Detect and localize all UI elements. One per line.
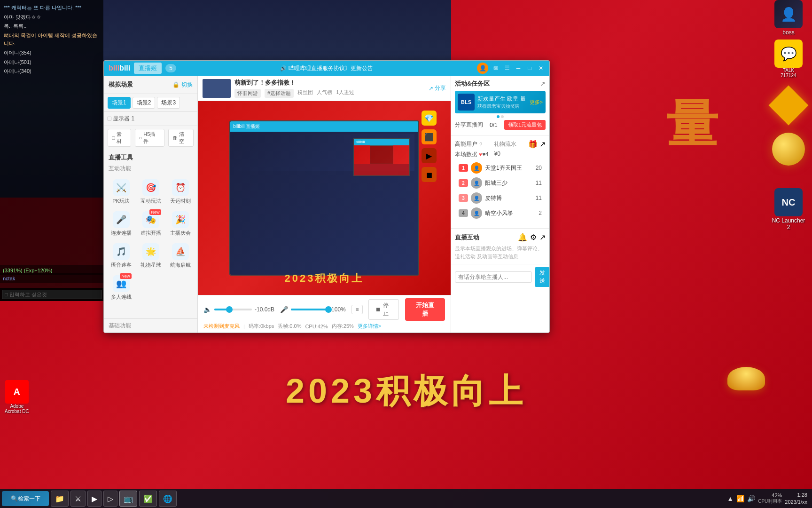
stream-actions: 怀旧网游 #选择话题 粉丝团 人气榜 1人进过 bbox=[234, 89, 425, 98]
adobe-icon-label: AdobeAcrobat DC bbox=[5, 404, 29, 414]
taskbar-app-explorer[interactable]: 📁 bbox=[51, 491, 69, 507]
taskbar-app-stream[interactable]: 📺 bbox=[119, 491, 137, 507]
scene-tab-1[interactable]: 场景1 bbox=[108, 97, 131, 109]
tool-pk-label: PK玩法 bbox=[112, 198, 130, 205]
tab-live[interactable]: 直播姬 bbox=[134, 63, 162, 74]
tool-timer[interactable]: ⏰ 天运时刻 bbox=[167, 177, 194, 206]
tool-multi[interactable]: 👥 New 多人连线 bbox=[108, 273, 134, 302]
interact-gear-icon[interactable]: ⚙ bbox=[530, 233, 537, 242]
virtual-new-badge: New bbox=[149, 209, 161, 215]
user-list: 1 👤 天堂1齐天国王 20 2 👤 阳城三少 11 3 bbox=[455, 160, 546, 224]
titlebar-avatar[interactable]: 👤 bbox=[477, 63, 488, 74]
share-button[interactable]: ↗ 分享 bbox=[429, 84, 446, 92]
tool-sail[interactable]: ⛵ 航海启航 bbox=[167, 241, 194, 270]
mic-slider-thumb[interactable] bbox=[325, 306, 332, 313]
activity-expand-icon[interactable]: ↗ bbox=[540, 80, 546, 87]
taskbar-app-2[interactable]: ▶ bbox=[87, 491, 102, 507]
taskbar-app-browser[interactable]: 🌐 bbox=[159, 491, 177, 507]
share-label: 分享直播间 bbox=[455, 121, 483, 129]
right-panel: 活动&任务区 ↗ BLS 新欢量产生 欧皇 量 获得最老宝贝物奖牌 更多> bbox=[451, 76, 549, 333]
gift-icon-1[interactable]: 🎁 bbox=[528, 140, 538, 149]
tray-volume-icon[interactable]: 🔊 bbox=[747, 495, 755, 502]
titlebar-menu-btn[interactable]: ☰ bbox=[503, 64, 511, 72]
stream-tag-2[interactable]: #选择话题 bbox=[265, 89, 294, 98]
titlebar-minimize-btn[interactable]: ─ bbox=[515, 64, 522, 72]
user-score-4: 2 bbox=[539, 210, 542, 216]
desktop-icon-nc[interactable]: NC NC Launcher 2 bbox=[770, 188, 807, 230]
titlebar-close-btn[interactable]: ✕ bbox=[537, 64, 545, 72]
window-titlebar: bilibili 直播姬 5 🔊 哔哩哔哩直播服务协议》更新公告 👤 ✉ ☰ ─… bbox=[104, 61, 549, 76]
interact-hint: 显示本场直播观众的进场、弹幕评论、送礼活动 及动画等互动信息 bbox=[455, 245, 546, 260]
scene-tab-2[interactable]: 场景2 bbox=[133, 97, 156, 109]
browser-icon: 🌐 bbox=[163, 494, 172, 503]
chat-msg-1: *** 캐릭터는 또 다른 나입니다. *** bbox=[4, 4, 100, 12]
tool-interact[interactable]: 🎯 互动玩法 bbox=[137, 177, 164, 206]
taskbar-start-button[interactable]: 🔍 检索一下 bbox=[2, 491, 49, 506]
interact-title: 直播互动 bbox=[455, 233, 479, 242]
rank-badge-4: 4 bbox=[459, 209, 468, 217]
chat-input-field[interactable] bbox=[2, 290, 102, 299]
preview-inner-img: bilibili 直播姬 bilibili bbox=[230, 121, 418, 275]
warcraft-icon: ⚔ bbox=[75, 494, 81, 503]
stop-circle-icon: ⏹ bbox=[375, 306, 381, 313]
mic-slider[interactable] bbox=[291, 309, 328, 310]
taskbar-app-3[interactable]: ▷ bbox=[103, 491, 117, 507]
toolbar-section: □ 素材 ○ H5插件 🗑 清空 bbox=[104, 126, 197, 150]
mic-percent: 100% bbox=[331, 306, 346, 313]
desktop-icon-talk[interactable]: 💬 TALK 717124 bbox=[770, 40, 807, 78]
tool-voice[interactable]: 🎵 语音迷客 bbox=[108, 241, 134, 270]
tray-time-display[interactable]: 1:28 2023/1/xx bbox=[785, 492, 807, 506]
share-red-button[interactable]: 领取1元流量包 bbox=[504, 120, 546, 130]
high-user-section: 高能用户 ? 礼物流水 🎁 ↗ 本场数据 ♥♥4 ¥0 bbox=[451, 136, 549, 229]
tool-pk[interactable]: ⚔️ PK玩法 bbox=[108, 177, 134, 206]
nc-app-icon: NC bbox=[774, 188, 803, 216]
share-count: 0/1 bbox=[490, 122, 498, 128]
interact-bell-icon[interactable]: 🔔 bbox=[518, 233, 527, 242]
tray-arrow-icon[interactable]: ▲ bbox=[727, 495, 734, 502]
right-send-button[interactable]: 发送 bbox=[535, 267, 550, 287]
more-details-link[interactable]: 更多详情> bbox=[358, 323, 381, 330]
eq-button[interactable]: ≡ bbox=[351, 305, 363, 314]
tool-connect[interactable]: 🎤 连麦连播 bbox=[108, 209, 134, 238]
tools-title: 直播工具 bbox=[104, 150, 197, 164]
deco-char-liang: 量 bbox=[666, 89, 718, 159]
tool-celebrate[interactable]: 🎉 主播庆会 bbox=[167, 209, 194, 238]
toolbar-clear-btn[interactable]: 🗑 清空 bbox=[168, 129, 194, 147]
user-name-2: 阳城三少 bbox=[485, 179, 533, 187]
stat-item-hearts: 本场数据 ♥♥4 bbox=[455, 151, 489, 159]
taskbar-app-task[interactable]: ✅ bbox=[139, 491, 157, 507]
lock-btn[interactable]: 切换 bbox=[181, 81, 193, 89]
arrow-icon-2: ▷ bbox=[108, 494, 113, 503]
adobe-icon[interactable]: A AdobeAcrobat DC bbox=[5, 380, 29, 414]
taskbar-app-1[interactable]: ⚔ bbox=[70, 491, 86, 507]
cpu-percent: 42% bbox=[758, 492, 782, 498]
desktop-icon-boss[interactable]: 👤 boss bbox=[770, 0, 807, 36]
start-live-button[interactable]: 开始直播 bbox=[405, 298, 445, 321]
volume-slider-thumb[interactable] bbox=[226, 306, 233, 313]
cpu-label: CPU利用率 bbox=[758, 498, 782, 505]
volume-value: -10.0dB bbox=[255, 306, 274, 313]
toolbar-material-btn[interactable]: □ 素材 bbox=[108, 129, 131, 147]
right-chat-field[interactable] bbox=[455, 271, 532, 283]
stream-tag-1[interactable]: 怀旧网游 bbox=[234, 89, 261, 98]
float-icon-4: ◼ bbox=[422, 167, 437, 182]
activity-more-btn[interactable]: 更多> bbox=[530, 99, 543, 106]
interact-expand-icon[interactable]: ↗ bbox=[539, 233, 546, 242]
mic-section: 🎤 100% bbox=[280, 306, 346, 313]
toolbar-h5-btn[interactable]: ○ H5插件 bbox=[135, 129, 165, 147]
tray-network-icon[interactable]: 📶 bbox=[736, 495, 744, 502]
activity-sub: 获得最老宝贝物奖牌 bbox=[477, 103, 527, 110]
tool-gift-ball[interactable]: 🌟 礼物星球 bbox=[137, 241, 164, 270]
volume-slider[interactable] bbox=[214, 309, 252, 310]
tools-grid: ⚔️ PK玩法 🎯 互动玩法 ⏰ 天运时刻 🎤 连麦连播 bbox=[104, 175, 197, 305]
titlebar-mail-btn[interactable]: ✉ bbox=[492, 64, 500, 72]
tab-badge: 5 bbox=[165, 64, 176, 72]
window-content: 模拟场景 🔒 切换 场景1 场景2 场景3 □ 显示器 1 bbox=[104, 76, 549, 333]
gift-icon-2[interactable]: ↗ bbox=[539, 140, 546, 149]
stop-button[interactable]: ⏹ 停止 bbox=[368, 299, 399, 320]
tool-virtual[interactable]: 🎭 New 虚拟开播 bbox=[137, 209, 164, 238]
titlebar-maximize-btn[interactable]: □ bbox=[526, 64, 533, 72]
scene-tab-3[interactable]: 场景3 bbox=[157, 97, 180, 109]
tool-virtual-icon: 🎭 New bbox=[142, 211, 159, 228]
stat-item-coins: ¥0 bbox=[494, 151, 500, 159]
